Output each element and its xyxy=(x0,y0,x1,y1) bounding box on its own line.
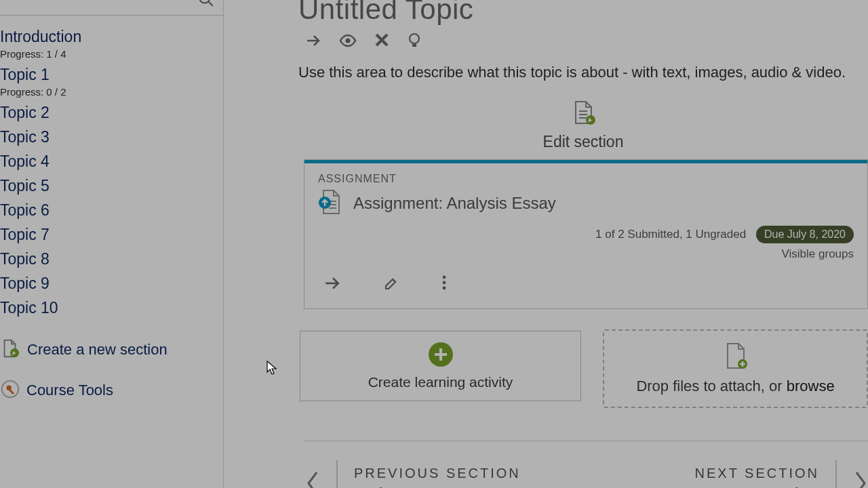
sidebar-item-topic7[interactable]: Topic 7 xyxy=(0,223,223,247)
sidebar-item-label: Topic 8 xyxy=(0,250,223,268)
assignment-submitted: 1 of 2 Submitted, 1 Ungraded xyxy=(595,228,746,241)
sidebar-item-label: Introduction xyxy=(0,28,223,46)
sidebar-item-progress: Progress: 1 / 4 xyxy=(0,48,223,60)
next-section-button[interactable]: NEXT SECTION Topic 3 xyxy=(695,460,868,488)
svg-point-0 xyxy=(199,0,210,3)
sidebar-item-label: Topic 1 xyxy=(0,66,223,84)
assignment-kind: ASSIGNMENT xyxy=(318,173,854,185)
sidebar-item-topic10[interactable]: Topic 10 xyxy=(0,296,223,321)
sidebar-item-label: Topic 4 xyxy=(0,152,223,171)
sidebar-item-topic1[interactable]: Topic 1 Progress: 0 / 2 xyxy=(0,63,223,101)
assignment-title[interactable]: Assignment: Analysis Essay xyxy=(353,194,556,213)
assignment-visible-groups: Visible groups xyxy=(318,243,854,261)
drop-files-area[interactable]: Drop files to attach, or browse xyxy=(603,329,868,408)
next-section-label: NEXT SECTION xyxy=(695,466,819,481)
plus-circle-icon xyxy=(428,342,454,370)
sidebar-item-topic3[interactable]: Topic 3 xyxy=(0,125,223,150)
edit-section-button[interactable]: Edit section xyxy=(298,81,868,159)
assignment-due-badge: Due July 8, 2020 xyxy=(756,226,854,243)
sidebar-item-label: Topic 6 xyxy=(0,201,223,220)
course-tools-icon xyxy=(0,379,20,402)
course-tools-button[interactable]: Course Tools xyxy=(0,361,223,402)
drop-files-label: Drop files to attach, or browse xyxy=(636,378,834,395)
assignment-card: ASSIGNMENT Assignment: Analysis Essay xyxy=(304,159,868,309)
svg-point-22 xyxy=(443,276,446,279)
divider xyxy=(835,460,837,488)
create-section-button[interactable]: Create a new section xyxy=(0,321,223,361)
svg-point-7 xyxy=(346,39,351,43)
create-section-label: Create a new section xyxy=(27,341,167,359)
sidebar-item-label: Topic 5 xyxy=(0,177,223,195)
sidebar-item-progress: Progress: 0 / 2 xyxy=(0,86,223,98)
sidebar-item-topic6[interactable]: Topic 6 xyxy=(0,199,223,223)
main-content: Untitled Topic Use this area to describe… xyxy=(224,0,868,488)
arrow-right-icon[interactable] xyxy=(323,274,341,295)
sidebar-item-label: Topic 9 xyxy=(0,274,223,293)
sidebar: Introduction Progress: 1 / 4 Topic 1 Pro… xyxy=(0,0,224,488)
file-add-icon xyxy=(724,342,748,372)
sidebar-item-label: Topic 10 xyxy=(0,299,223,317)
chevron-right-icon xyxy=(853,470,868,488)
divider xyxy=(336,460,338,488)
arrow-right-icon[interactable] xyxy=(305,33,321,49)
close-icon[interactable] xyxy=(374,33,389,49)
browse-link[interactable]: browse xyxy=(787,378,835,394)
sidebar-divider xyxy=(0,15,223,16)
sidebar-item-label: Topic 3 xyxy=(0,128,223,146)
sidebar-item-topic9[interactable]: Topic 9 xyxy=(0,272,223,296)
sidebar-item-topic4[interactable]: Topic 4 xyxy=(0,150,223,174)
topic-toolbar xyxy=(298,26,868,54)
next-section-topic: Topic 3 xyxy=(695,481,819,488)
svg-point-10 xyxy=(410,34,419,43)
svg-line-1 xyxy=(208,1,213,6)
sidebar-item-topic2[interactable]: Topic 2 xyxy=(0,101,223,125)
chevron-left-icon xyxy=(305,470,320,488)
sidebar-item-introduction[interactable]: Introduction Progress: 1 / 4 xyxy=(0,25,223,63)
previous-section-button[interactable]: PREVIOUS SECTION Topic 1 xyxy=(305,460,521,488)
lightbulb-icon[interactable] xyxy=(407,33,422,49)
eye-icon[interactable] xyxy=(339,33,357,49)
svg-point-23 xyxy=(443,281,446,285)
edit-section-icon xyxy=(570,117,597,128)
sidebar-item-label: Topic 7 xyxy=(0,226,223,244)
edit-icon[interactable] xyxy=(383,274,399,295)
create-learning-activity-label: Create learning activity xyxy=(368,374,513,390)
sidebar-item-topic8[interactable]: Topic 8 xyxy=(0,247,223,272)
svg-point-24 xyxy=(443,287,446,290)
create-learning-activity-button[interactable]: Create learning activity xyxy=(300,331,581,401)
more-menu-icon[interactable] xyxy=(441,274,447,295)
previous-section-topic: Topic 1 xyxy=(354,481,521,488)
new-section-icon xyxy=(0,338,20,361)
course-tools-label: Course Tools xyxy=(26,382,113,399)
edit-section-label: Edit section xyxy=(298,133,868,151)
page-title: Untitled Topic xyxy=(298,0,868,26)
assignment-icon xyxy=(318,189,342,218)
previous-section-label: PREVIOUS SECTION xyxy=(354,466,521,481)
drop-files-text: Drop files to attach, or xyxy=(636,378,786,394)
svg-rect-11 xyxy=(412,44,416,47)
sidebar-item-label: Topic 2 xyxy=(0,104,223,122)
svg-rect-5 xyxy=(9,389,14,394)
sidebar-item-topic5[interactable]: Topic 5 xyxy=(0,174,223,199)
topic-description: Use this area to describe what this topi… xyxy=(298,54,868,81)
